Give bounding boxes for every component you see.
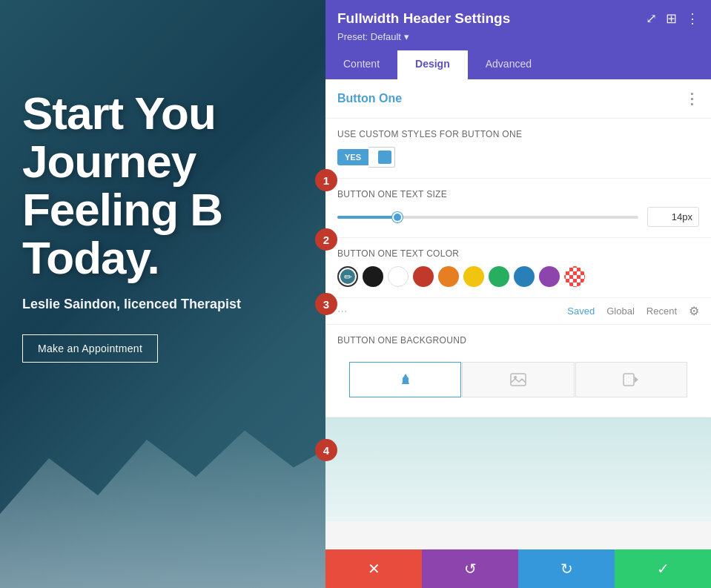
fill-icon <box>398 372 413 387</box>
text-color-label: Button One Text Color <box>337 248 699 259</box>
background-field: Button One Background <box>325 325 711 417</box>
video-icon <box>623 373 639 386</box>
bg-video-option[interactable] <box>575 362 687 397</box>
color-black-swatch[interactable] <box>363 266 383 287</box>
recent-tab[interactable]: Recent <box>646 305 677 317</box>
color-orange-swatch[interactable] <box>438 266 459 287</box>
color-pencil-swatch[interactable]: ✏ <box>337 266 358 287</box>
bg-color-option[interactable] <box>349 362 461 397</box>
hero-subtitle: Leslie Saindon, licenced Therapist <box>22 297 241 312</box>
panel-header-icons: ⤢ ⊞ ⋮ <box>646 10 699 27</box>
text-size-field: Button One Text Size <box>325 179 711 238</box>
hero-title: Start YouJourneyFeeling BToday. <box>22 89 241 282</box>
tab-content[interactable]: Content <box>325 50 397 79</box>
panel-footer: ✕ ↺ ↻ ✓ <box>325 549 711 588</box>
section-header: Button One ⋮ <box>325 79 711 119</box>
panel-header-top: Fullwidth Header Settings ⤢ ⊞ ⋮ <box>337 10 699 27</box>
color-green-swatch[interactable] <box>489 266 509 287</box>
background-label: Button One Background <box>337 335 699 346</box>
appointment-button[interactable]: Make an Appointment <box>22 334 158 363</box>
custom-styles-field: Use Custom Styles For Button One YES <box>325 119 711 179</box>
bg-options <box>337 353 699 406</box>
text-color-field: Button One Text Color ✏ <box>325 238 711 298</box>
color-transparent-swatch[interactable] <box>564 266 585 287</box>
panel-header: Fullwidth Header Settings ⤢ ⊞ ⋮ Preset: … <box>325 0 711 50</box>
svg-marker-5 <box>635 377 638 383</box>
global-tab[interactable]: Global <box>606 305 635 317</box>
svg-rect-0 <box>403 377 409 383</box>
toggle-container: YES <box>337 147 699 168</box>
dots-more-icon[interactable]: ··· <box>337 305 347 318</box>
panel-tabs: Content Design Advanced <box>325 50 711 79</box>
section-title: Button One <box>337 92 402 105</box>
tab-design[interactable]: Design <box>397 50 468 79</box>
color-blue-swatch[interactable] <box>514 266 535 287</box>
bg-image-option[interactable] <box>462 362 574 397</box>
preview-area <box>325 417 711 521</box>
preset-selector[interactable]: Preset: Default <box>337 31 409 42</box>
grid-icon[interactable]: ⊞ <box>666 10 677 27</box>
background-panel: Start YouJourneyFeeling BToday. Leslie S… <box>0 0 326 588</box>
image-icon <box>510 373 526 386</box>
color-white-swatch[interactable] <box>388 266 409 287</box>
redo-button[interactable]: ↻ <box>518 549 615 588</box>
step-4-indicator: 4 <box>315 439 337 461</box>
panel-body: Button One ⋮ Use Custom Styles For Butto… <box>325 79 711 549</box>
step-2-indicator: 2 <box>315 228 337 251</box>
section-more-icon[interactable]: ⋮ <box>684 90 699 108</box>
color-yellow-swatch[interactable] <box>463 266 484 287</box>
panel-title: Fullwidth Header Settings <box>337 10 510 27</box>
settings-panel: Fullwidth Header Settings ⤢ ⊞ ⋮ Preset: … <box>325 0 711 588</box>
save-button[interactable]: ✓ <box>615 549 711 588</box>
cancel-button[interactable]: ✕ <box>325 549 422 588</box>
step-3-indicator: 3 <box>315 293 337 315</box>
button-one-section: Button One ⋮ Use Custom Styles For Butto… <box>325 79 711 521</box>
color-swatches: ✏ <box>337 266 699 287</box>
slider-value-input[interactable] <box>647 207 699 227</box>
color-purple-swatch[interactable] <box>539 266 560 287</box>
step-1-indicator: 1 <box>315 169 337 191</box>
slider-track[interactable] <box>337 216 638 219</box>
more-icon[interactable]: ⋮ <box>686 10 699 27</box>
toggle-yes-label: YES <box>337 149 368 165</box>
expand-icon[interactable]: ⤢ <box>646 10 657 27</box>
tab-advanced[interactable]: Advanced <box>468 50 549 79</box>
toggle-handle[interactable] <box>368 147 395 168</box>
color-tabs-row: ··· Saved Global Recent ⚙ <box>325 298 711 325</box>
reset-button[interactable]: ↺ <box>422 549 518 588</box>
hero-content: Start YouJourneyFeeling BToday. Leslie S… <box>22 89 241 363</box>
svg-rect-1 <box>402 383 409 384</box>
text-size-label: Button One Text Size <box>337 189 699 199</box>
color-red-swatch[interactable] <box>413 266 434 287</box>
slider-fill <box>337 216 397 219</box>
color-settings-gear-icon[interactable]: ⚙ <box>689 304 699 318</box>
slider-thumb[interactable] <box>392 212 403 222</box>
custom-styles-label: Use Custom Styles For Button One <box>337 129 699 139</box>
saved-tab[interactable]: Saved <box>567 305 595 317</box>
svg-rect-4 <box>624 374 634 386</box>
slider-container <box>337 207 699 227</box>
